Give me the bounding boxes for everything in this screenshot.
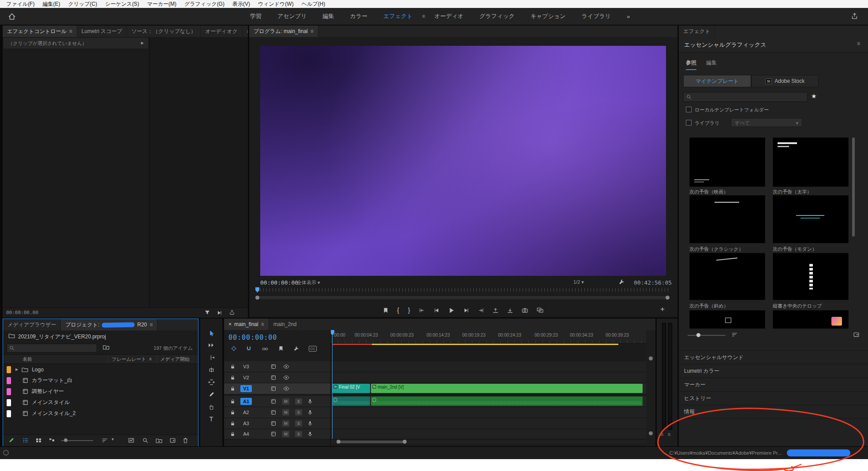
comparison-view-icon[interactable] bbox=[537, 308, 543, 313]
track-header-a3[interactable]: A3 M S bbox=[224, 418, 330, 429]
track-badge-a2[interactable]: A2 bbox=[240, 409, 252, 416]
scrollbar-left-knob[interactable] bbox=[255, 296, 259, 300]
mark-out-icon[interactable]: } bbox=[408, 307, 410, 314]
clip-main-2nd-audio[interactable] bbox=[371, 397, 643, 406]
thumbnail-zoom-slider[interactable] bbox=[688, 335, 726, 336]
captions-icon[interactable]: CC bbox=[309, 346, 317, 352]
library-filter-select[interactable]: すべて ▾ bbox=[731, 118, 802, 127]
extract-icon[interactable] bbox=[507, 308, 513, 313]
settings-wrench-icon[interactable] bbox=[619, 279, 625, 285]
panel-header-essential-sound[interactable]: エッセンシャルサウンド bbox=[679, 350, 868, 364]
tab-audio-clip-mixer[interactable]: オーディオク bbox=[201, 26, 242, 37]
workspace-tab-color[interactable]: カラー bbox=[344, 8, 374, 25]
track-header-a4[interactable]: A4 M S bbox=[224, 429, 330, 439]
clip-final-02-audio[interactable] bbox=[332, 397, 370, 406]
delete-icon[interactable] bbox=[183, 438, 188, 443]
timeline-lane-a3[interactable] bbox=[331, 418, 646, 429]
voiceover-mic-icon[interactable] bbox=[307, 421, 313, 426]
adobe-stock-button[interactable]: St Adobe Stock bbox=[751, 75, 819, 87]
track-lock-icon[interactable] bbox=[230, 386, 235, 391]
mute-button[interactable]: M bbox=[282, 409, 289, 415]
zoom-slider-knob[interactable] bbox=[64, 438, 67, 442]
program-scrollbar[interactable] bbox=[257, 296, 668, 299]
track-badge-v3[interactable]: V3 bbox=[240, 363, 252, 370]
pen-tool-icon[interactable] bbox=[200, 392, 222, 397]
template-thumb-next-movie[interactable] bbox=[689, 137, 765, 187]
sync-lock-icon[interactable] bbox=[271, 421, 276, 426]
template-thumb-partial-left[interactable] bbox=[689, 310, 765, 329]
search-bin-icon[interactable] bbox=[103, 345, 109, 350]
export-frame-icon[interactable] bbox=[229, 310, 235, 315]
new-item-icon[interactable] bbox=[170, 438, 176, 443]
thumbnail-zoom-knob[interactable] bbox=[696, 333, 700, 337]
solo-button[interactable]: S bbox=[295, 398, 302, 404]
sync-lock-icon[interactable] bbox=[271, 410, 276, 415]
panel-header-markers[interactable]: マーカー bbox=[679, 378, 868, 391]
track-lock-icon[interactable] bbox=[230, 432, 235, 437]
tab-project[interactable]: プロジェクト: R20 ≡ bbox=[61, 319, 157, 330]
ripple-edit-tool-icon[interactable] bbox=[200, 355, 222, 360]
workspace-overflow-chevron[interactable]: » bbox=[620, 8, 636, 25]
new-bin-icon[interactable] bbox=[156, 438, 162, 443]
track-header-a1[interactable]: A1 M S bbox=[224, 396, 330, 407]
local-templates-checkbox[interactable] bbox=[686, 107, 692, 112]
template-thumb-next-bold[interactable] bbox=[773, 137, 849, 187]
my-templates-button[interactable]: マイテンプレート bbox=[683, 75, 751, 87]
timeline-zoom-scrollbar[interactable] bbox=[338, 441, 405, 443]
automate-to-sequence-icon[interactable] bbox=[128, 438, 134, 443]
scrollbar-right-knob[interactable] bbox=[666, 296, 670, 300]
panel-menu-icon[interactable]: ≡ bbox=[69, 26, 72, 37]
filter-icon[interactable] bbox=[205, 310, 210, 315]
sort-caret-icon[interactable]: ▾ bbox=[112, 437, 114, 441]
play-button-icon[interactable] bbox=[448, 307, 455, 314]
zoom-handle-left[interactable] bbox=[337, 440, 340, 444]
step-forward-icon[interactable] bbox=[464, 308, 469, 313]
workspace-tab-assembly[interactable]: アセンブリ bbox=[271, 8, 314, 25]
panel-overflow-chevron[interactable]: » bbox=[243, 26, 248, 37]
tab-sequence-main-final[interactable]: × main_final ≡ bbox=[224, 319, 269, 330]
step-back-icon[interactable] bbox=[434, 308, 439, 313]
playback-resolution-select[interactable]: 1/2 ▾ bbox=[573, 279, 584, 285]
solo-button[interactable]: S bbox=[295, 431, 302, 437]
track-badge-v1[interactable]: V1 bbox=[240, 385, 252, 392]
track-lock-icon[interactable] bbox=[230, 410, 235, 415]
favorites-star-icon[interactable]: ★ bbox=[811, 93, 817, 100]
template-thumb-partial-right[interactable] bbox=[773, 310, 849, 329]
tab-browse[interactable]: 参照 bbox=[686, 59, 696, 70]
template-grid-scrollbar[interactable] bbox=[852, 137, 855, 237]
zoom-handle-right[interactable] bbox=[403, 440, 407, 444]
track-badge-a3[interactable]: A3 bbox=[240, 420, 252, 427]
tab-source-monitor[interactable]: ソース：（クリップなし） bbox=[127, 26, 201, 37]
tab-effect-controls[interactable]: エフェクトコントロール≡ bbox=[3, 26, 77, 37]
lift-icon[interactable] bbox=[493, 308, 498, 313]
effect-controls-timeline-area[interactable] bbox=[150, 37, 248, 308]
menu-item-graphics[interactable]: グラフィック(G) bbox=[181, 0, 228, 9]
tab-media-browser[interactable]: メディアブラウザー bbox=[3, 319, 61, 330]
toggle-track-output-icon[interactable] bbox=[283, 375, 289, 380]
timeline-lane-v2[interactable] bbox=[331, 372, 646, 383]
column-name[interactable]: 名前 bbox=[22, 356, 32, 363]
panel-menu-icon[interactable]: ≡ bbox=[857, 41, 860, 47]
voiceover-mic-icon[interactable] bbox=[307, 431, 313, 437]
panel-header-history[interactable]: ヒストリー bbox=[679, 391, 868, 405]
mute-button[interactable]: M bbox=[282, 420, 289, 426]
workspace-tab-audio[interactable]: オーディオ bbox=[428, 8, 470, 25]
panel-menu-icon[interactable]: ≡ bbox=[311, 26, 314, 37]
label-color-chip[interactable] bbox=[7, 366, 11, 373]
tab-edit[interactable]: 編集 bbox=[706, 59, 717, 67]
program-current-timecode[interactable]: 00:00:00:00 bbox=[260, 279, 298, 286]
add-button[interactable]: + bbox=[660, 305, 665, 314]
sync-lock-icon[interactable] bbox=[271, 399, 276, 404]
solo-button[interactable]: S bbox=[295, 420, 302, 426]
go-to-in-icon[interactable] bbox=[419, 308, 425, 313]
item-row-adjustment-layer[interactable]: 調整レイヤー bbox=[3, 386, 198, 397]
bin-row-logo[interactable]: ▶ Logo bbox=[3, 364, 198, 375]
tab-program-monitor[interactable]: プログラム: main_final≡ bbox=[249, 26, 318, 37]
track-badge-a1[interactable]: A1 bbox=[240, 398, 252, 405]
timeline-vscroll-bottom-knob[interactable] bbox=[649, 431, 653, 435]
meter-solo-right[interactable]: S bbox=[668, 432, 670, 437]
libraries-checkbox[interactable] bbox=[686, 120, 692, 126]
sort-options-icon[interactable] bbox=[732, 332, 737, 337]
panel-menu-icon[interactable]: ≡ bbox=[261, 319, 264, 330]
panel-header-lumetri-color[interactable]: Lumetri カラー bbox=[679, 364, 868, 378]
